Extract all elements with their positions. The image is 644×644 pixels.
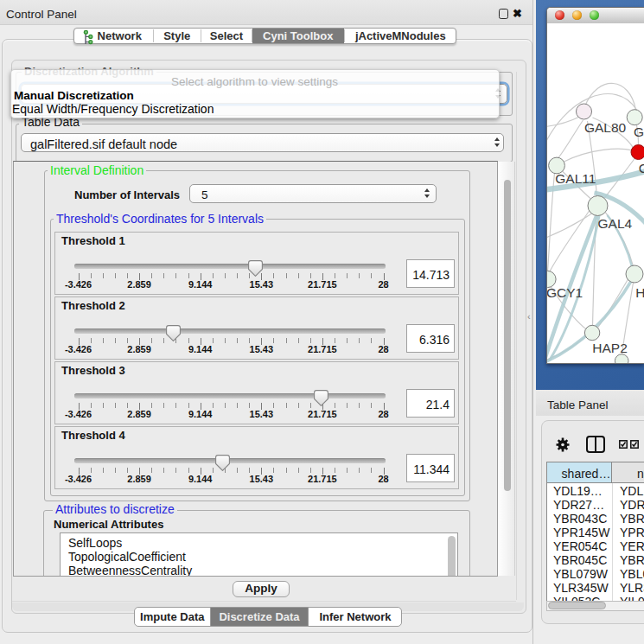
svg-text:GAL4: GAL4 <box>598 216 633 231</box>
svg-text:GCY1: GCY1 <box>547 285 583 300</box>
svg-text:GAL80: GAL80 <box>584 120 627 135</box>
svg-text:GAL11: GAL11 <box>555 171 596 186</box>
svg-text:H: H <box>635 285 644 300</box>
svg-text:C: C <box>639 161 644 175</box>
svg-text:HAP2: HAP2 <box>592 341 628 355</box>
svg-text:GA: GA <box>634 124 644 139</box>
